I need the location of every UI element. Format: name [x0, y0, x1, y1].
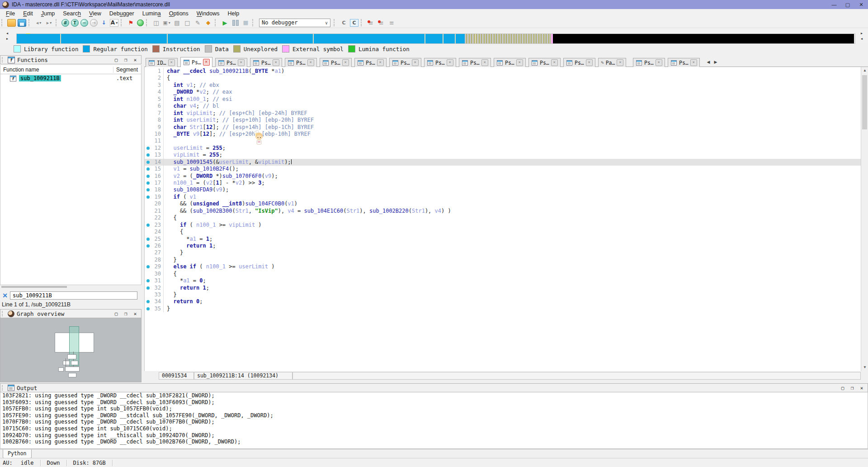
code-line[interactable]: 32 return 1; — [145, 285, 861, 291]
vscroll-thumb[interactable] — [862, 75, 867, 129]
functions-list[interactable]: fsub_1009211B.text — [0, 74, 142, 285]
tab-close-icon[interactable]: ✕ — [273, 59, 279, 66]
panel-restore-icon[interactable]: ▢ — [113, 57, 119, 63]
code-line[interactable]: 4 _DWORD *v2; // eax — [145, 89, 861, 95]
code-line[interactable]: 13 vipLimit = 255; — [145, 152, 861, 158]
tab-pseudocode-6[interactable]: Ps…✕ — [354, 58, 387, 67]
debug-start-icon[interactable]: ▶ — [221, 19, 229, 27]
panel-restore-icon[interactable]: ▢ — [840, 385, 845, 391]
tab-close-icon[interactable]: ✕ — [617, 59, 623, 66]
functions-filter-input[interactable] — [10, 291, 137, 300]
debug-edit-icon[interactable]: ✎ — [193, 19, 202, 27]
tab-pseudocode-8[interactable]: Ps…✕ — [424, 58, 456, 67]
code-line[interactable]: 22 { — [145, 214, 861, 221]
tab-close-icon[interactable]: ✕ — [481, 59, 488, 66]
minimize-button[interactable]: — — [827, 0, 841, 9]
graph-overview-canvas[interactable] — [0, 318, 142, 382]
panel-close-icon[interactable]: ✕ — [132, 311, 138, 317]
open-file-icon[interactable] — [7, 19, 16, 27]
code-line[interactable]: 15 v1 = sub_1010B2F4(); — [145, 166, 861, 172]
code-line[interactable]: 12 userLimit = 255; — [145, 145, 861, 152]
tab-pseudocode-9[interactable]: Ps…✕ — [459, 58, 491, 67]
jump-name-icon[interactable]: T — [71, 19, 79, 27]
code-line[interactable]: 35} — [145, 305, 861, 312]
redo-icon[interactable]: ▸ — [45, 19, 53, 27]
code-line[interactable]: 24 { — [145, 229, 861, 235]
code-line[interactable]: 3 int v1; // ebx — [145, 82, 861, 89]
column-function-name[interactable]: Function name — [0, 67, 113, 73]
jump-down-icon[interactable]: ↓ — [99, 19, 108, 27]
debug-stop-icon[interactable]: ■ — [241, 19, 250, 27]
menu-view[interactable]: View — [85, 10, 105, 18]
python-console-tab[interactable]: Python — [3, 449, 32, 458]
tab-close-icon[interactable]: ✕ — [586, 59, 593, 66]
tab-pseudocode-10[interactable]: Ps…✕ — [494, 58, 526, 67]
watch-diamond-icon[interactable]: ◆ — [204, 19, 212, 27]
menu-edit[interactable]: Edit — [19, 10, 37, 18]
tab-close-icon[interactable]: ✕ — [203, 59, 210, 66]
code-line[interactable]: 30 { — [145, 271, 861, 277]
tab-pseudocode-2[interactable]: Ps…✕ — [215, 58, 247, 67]
functions-hscrollbar[interactable] — [0, 285, 142, 289]
panel-float-icon[interactable]: ❐ — [123, 57, 128, 63]
tab-close-icon[interactable]: ✕ — [168, 59, 175, 66]
code-line[interactable]: 31 *a1 = 0; — [145, 277, 861, 284]
code-line[interactable]: 26 return 1; — [145, 243, 861, 249]
code-line[interactable]: 19 if ( v1 — [145, 194, 861, 200]
tab-pseudocode-7[interactable]: Ps…✕ — [389, 58, 421, 67]
filter-clear-icon[interactable]: ✕ — [0, 292, 10, 299]
tab-pseudocode-5[interactable]: Ps…✕ — [320, 58, 352, 67]
compile-c-icon[interactable]: C — [340, 19, 348, 27]
menu-lumina[interactable]: Lumina — [138, 10, 165, 18]
code-line[interactable]: 23 if ( n100_1 >= vipLimit ) — [145, 222, 861, 229]
breakpoint-del-icon[interactable]: ≡ — [387, 19, 396, 27]
code-line[interactable]: 17 n100_1 = (v2[1] - *v2) >> 3; — [145, 180, 861, 186]
graph-overview-titlebar[interactable]: Graph overview ▢ ❐ ✕ — [0, 309, 142, 318]
code-line[interactable]: 7 int vipLimit; // [esp+Ch] [ebp-24h] BY… — [145, 110, 861, 117]
code-line[interactable]: 34 return 0; — [145, 298, 861, 305]
menu-file[interactable]: File — [2, 10, 19, 18]
tab-pseudocode-13[interactable]: ✎Pa…✕ — [598, 58, 626, 67]
tab-close-icon[interactable]: ✕ — [690, 59, 697, 66]
code-line[interactable]: 18 sub_1008FDA9(v9); — [145, 186, 861, 193]
tab-pseudocode-12[interactable]: Ps…✕ — [563, 58, 595, 67]
debug-pause-icon[interactable]: ◫ — [152, 19, 160, 27]
breakpoint-list-icon[interactable]: ≡ — [367, 19, 375, 27]
code-line[interactable]: 29 else if ( n100_1 >= userLimit ) — [145, 263, 861, 270]
navband-left-arrows-icon[interactable]: ◂▸ — [5, 31, 10, 41]
code-line[interactable]: 16 v2 = (_DWORD *)sub_1070F6F0(v9); — [145, 173, 861, 180]
tab-ida-view-0[interactable]: ID…✕ — [146, 58, 178, 67]
scroll-up-icon[interactable]: ▲ — [861, 67, 868, 74]
code-line[interactable]: 8 int userLimit; // [esp+10h] [ebp-20h] … — [145, 117, 861, 124]
scroll-down-icon[interactable]: ▼ — [861, 364, 868, 371]
menu-options[interactable]: Options — [165, 10, 193, 18]
tab-close-icon[interactable]: ✕ — [377, 59, 384, 66]
save-icon[interactable] — [18, 19, 26, 27]
panel-close-icon[interactable]: ✕ — [132, 57, 138, 63]
panel-float-icon[interactable]: ❐ — [849, 385, 855, 391]
panel-float-icon[interactable]: ❐ — [123, 311, 128, 317]
tab-close-icon[interactable]: ✕ — [342, 59, 349, 66]
jump-xref-icon[interactable]: → — [90, 19, 98, 27]
menu-search[interactable]: Search — [59, 10, 85, 18]
code-line[interactable]: 1char __cdecl sub_1009211B(_BYTE *a1) — [145, 68, 861, 75]
menu-jump[interactable]: Jump — [37, 10, 59, 18]
code-line[interactable]: 28 } — [145, 257, 861, 263]
panel-restore-icon[interactable]: ▢ — [113, 311, 119, 317]
navband-segment-black-region[interactable] — [553, 34, 854, 43]
debugger-combo[interactable]: No debugger∨ — [259, 19, 330, 27]
tab-close-icon[interactable]: ✕ — [516, 59, 523, 66]
panel-close-icon[interactable]: ✕ — [859, 385, 864, 391]
code-line[interactable]: 20 && (unsigned __int8)sub_104FC0B0(v1) — [145, 200, 861, 207]
debug-pause2-icon[interactable] — [231, 19, 240, 27]
tab-pseudocode-3[interactable]: Ps…✕ — [250, 58, 282, 67]
code-line[interactable]: 6 char v4; // bl — [145, 103, 861, 110]
functions-panel-titlebar[interactable]: f Functions ▢ ❐ ✕ — [0, 55, 142, 64]
lumina-ball-icon[interactable] — [137, 19, 144, 26]
debug-snapshot-icon[interactable]: ▤ — [173, 19, 181, 27]
tab-pseudocode-15[interactable]: Ps…✕ — [668, 58, 700, 67]
navband-segment-regular-functions[interactable] — [17, 34, 465, 43]
lumina-flag-icon[interactable]: ⚑ — [127, 19, 135, 27]
maximize-button[interactable]: ▢ — [841, 0, 854, 9]
tab-close-icon[interactable]: ✕ — [656, 59, 662, 66]
